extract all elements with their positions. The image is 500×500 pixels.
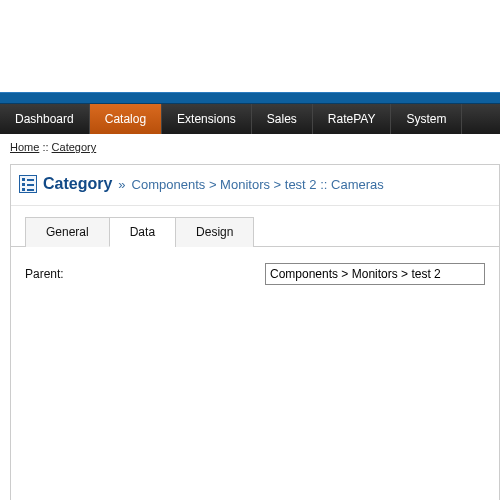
nav-sales[interactable]: Sales	[252, 104, 313, 134]
form-row-parent: Parent:	[25, 263, 485, 285]
header-stripe	[0, 92, 500, 104]
heading-raquo: »	[118, 177, 125, 192]
nav-system[interactable]: System	[391, 104, 462, 134]
nav-catalog[interactable]: Catalog	[90, 104, 162, 134]
parent-label: Parent:	[25, 267, 265, 281]
parent-input[interactable]	[265, 263, 485, 285]
nav-extensions[interactable]: Extensions	[162, 104, 252, 134]
category-icon	[19, 175, 37, 193]
breadcrumb-home[interactable]: Home	[10, 141, 39, 153]
main-nav: Dashboard Catalog Extensions Sales RateP…	[0, 104, 500, 134]
tabs: General Data Design	[11, 206, 499, 247]
tab-general[interactable]: General	[25, 217, 110, 247]
page-title: Category	[43, 175, 112, 193]
tab-design[interactable]: Design	[175, 217, 254, 247]
breadcrumb-category[interactable]: Category	[52, 141, 97, 153]
content-panel: Category » Components > Monitors > test …	[10, 164, 500, 500]
header-spacer	[0, 0, 500, 92]
panel-heading: Category » Components > Monitors > test …	[11, 165, 499, 206]
tab-data[interactable]: Data	[109, 217, 176, 247]
form-area: Parent:	[11, 247, 499, 301]
nav-dashboard[interactable]: Dashboard	[0, 104, 90, 134]
breadcrumb-sep: ::	[39, 141, 51, 153]
heading-path: Components > Monitors > test 2 :: Camera…	[132, 177, 384, 192]
nav-ratepay[interactable]: RatePAY	[313, 104, 392, 134]
breadcrumb: Home :: Category	[0, 134, 500, 160]
